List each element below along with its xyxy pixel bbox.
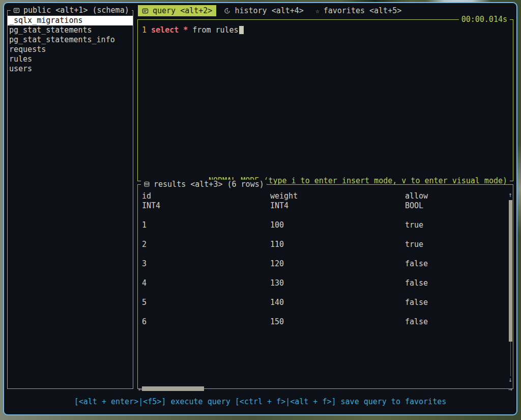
schema-icon	[13, 7, 20, 14]
column-header[interactable]: allow	[405, 191, 503, 201]
schema-table-item-selected[interactable]: _sqlx_migrations	[8, 16, 133, 25]
table-cell: 6	[142, 317, 270, 327]
table-cell: 130	[270, 278, 405, 288]
column-header[interactable]: weight	[270, 191, 405, 201]
horizontal-scrollbar-thumb[interactable]	[142, 386, 204, 391]
help-bar: [<alt + enter>|<f5>] execute query [<ctr…	[4, 397, 516, 407]
results-table: id weight allow INT4 INT4 BOOL 1 100 tru…	[138, 185, 513, 327]
table-cell: false	[405, 278, 503, 288]
table-cell: false	[405, 317, 503, 327]
terminal-window: public <alt+1> (schema) _sqlx_migrations…	[3, 2, 517, 415]
tab-favorites[interactable]: ☆ favorites <alt+5>	[311, 5, 406, 16]
schema-table-item[interactable]: users	[8, 64, 133, 74]
table-row[interactable]: 1 100 true	[142, 220, 503, 230]
table-cell: 150	[270, 317, 405, 327]
table-row[interactable]: 6 150 false	[142, 317, 503, 327]
column-type: BOOL	[405, 201, 503, 211]
table-cell: 100	[270, 220, 405, 230]
tab-query[interactable]: query <alt+2>	[138, 5, 216, 16]
schema-table-item[interactable]: pg_stat_statements	[8, 25, 133, 35]
column-type: INT4	[142, 201, 270, 211]
tab-history[interactable]: history <alt+4>	[220, 5, 307, 16]
sql-star: *	[183, 25, 188, 35]
schema-panel-title-label: public <alt+1> (schema)	[23, 6, 129, 15]
sql-keyword: select	[151, 25, 179, 35]
schema-table-item[interactable]: requests	[8, 45, 133, 54]
table-cell: false	[405, 298, 503, 307]
history-icon	[224, 8, 230, 14]
results-header-row: id weight allow	[142, 191, 503, 201]
scroll-up-icon[interactable]: ↑	[508, 191, 512, 198]
column-type: INT4	[270, 201, 405, 211]
tab-query-label: query <alt+2>	[153, 6, 212, 15]
table-row[interactable]: 2 110 true	[142, 240, 503, 249]
query-panel: 00:00.014s 1 select * from rules NORMAL …	[137, 19, 513, 181]
results-panel: results <alt+3> (6 rows) id weight allow…	[137, 184, 513, 389]
results-panel-title-label: results <alt+3> (6 rows)	[154, 180, 264, 189]
table-cell: false	[405, 259, 503, 269]
scroll-down-icon[interactable]: ↓	[508, 376, 512, 383]
table-cell: 120	[270, 259, 405, 269]
query-editor[interactable]: 1 select * from rules	[138, 20, 513, 35]
vertical-scrollbar-thumb[interactable]	[509, 200, 512, 342]
schema-panel-title: public <alt+1> (schema)	[11, 6, 132, 15]
schema-panel: public <alt+1> (schema) _sqlx_migrations…	[7, 10, 133, 389]
schema-table-list: _sqlx_migrations pg_stat_statements pg_s…	[8, 11, 133, 74]
column-header[interactable]: id	[142, 191, 270, 201]
table-cell: true	[405, 220, 503, 230]
table-cell: 4	[142, 278, 270, 288]
table-cell: true	[405, 240, 503, 249]
schema-table-item[interactable]: pg_stat_statements_info	[8, 35, 133, 45]
tab-bar: query <alt+2> history <alt+4> ☆ favorite…	[138, 5, 409, 17]
tab-favorites-label: favorites <alt+5>	[324, 6, 402, 15]
text-cursor	[239, 26, 244, 34]
schema-table-item[interactable]: rules	[8, 54, 133, 64]
table-cell: 1	[142, 220, 270, 230]
tab-history-label: history <alt+4>	[235, 6, 303, 15]
table-row[interactable]: 5 140 false	[142, 298, 503, 307]
table-row[interactable]: 4 130 false	[142, 278, 503, 288]
table-cell: 2	[142, 240, 270, 249]
results-panel-title: results <alt+3> (6 rows)	[141, 180, 267, 189]
table-cell: 140	[270, 298, 405, 307]
scroll-right-icon[interactable]: →	[508, 386, 512, 393]
query-timer: 00:00.014s	[459, 15, 510, 24]
query-icon	[142, 8, 149, 14]
sql-text: from rules	[192, 25, 238, 35]
database-icon	[143, 181, 150, 188]
table-row[interactable]: 3 120 false	[142, 259, 503, 269]
table-cell: 3	[142, 259, 270, 269]
line-number: 1	[142, 25, 147, 35]
favorites-icon: ☆	[315, 7, 320, 15]
results-type-row: INT4 INT4 BOOL	[142, 201, 503, 211]
table-cell: 110	[270, 240, 405, 249]
table-cell: 5	[142, 298, 270, 307]
